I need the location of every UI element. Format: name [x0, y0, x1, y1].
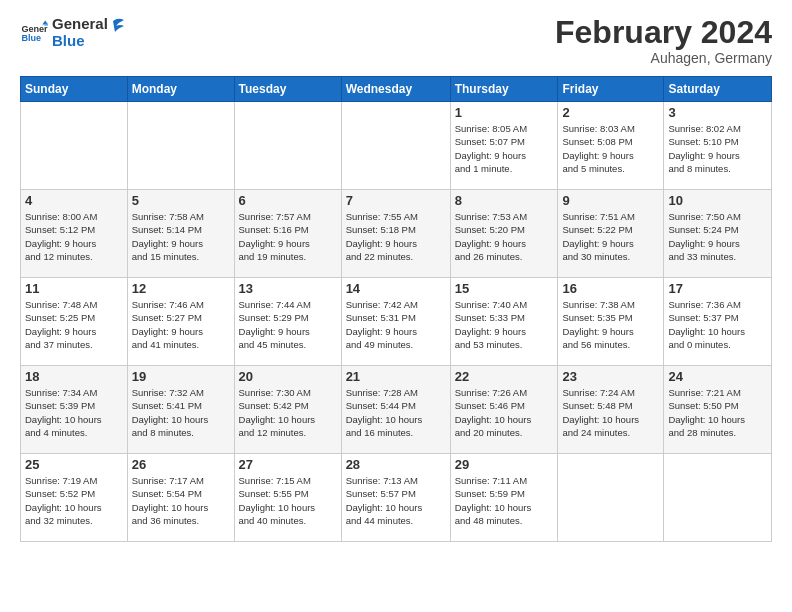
day-info-11: Sunrise: 7:48 AM Sunset: 5:25 PM Dayligh… [25, 298, 123, 351]
day-info-17: Sunrise: 7:36 AM Sunset: 5:37 PM Dayligh… [668, 298, 767, 351]
day-info-10: Sunrise: 7:50 AM Sunset: 5:24 PM Dayligh… [668, 210, 767, 263]
calendar-cell-3-2: 20Sunrise: 7:30 AM Sunset: 5:42 PM Dayli… [234, 366, 341, 454]
day-number-23: 23 [562, 369, 659, 384]
day-info-24: Sunrise: 7:21 AM Sunset: 5:50 PM Dayligh… [668, 386, 767, 439]
logo-text-blue: Blue [52, 33, 108, 50]
calendar-cell-2-2: 13Sunrise: 7:44 AM Sunset: 5:29 PM Dayli… [234, 278, 341, 366]
day-number-16: 16 [562, 281, 659, 296]
page: General Blue General Blue February 2024 … [0, 0, 792, 552]
calendar-cell-1-4: 8Sunrise: 7:53 AM Sunset: 5:20 PM Daylig… [450, 190, 558, 278]
calendar-cell-1-6: 10Sunrise: 7:50 AM Sunset: 5:24 PM Dayli… [664, 190, 772, 278]
calendar-cell-3-5: 23Sunrise: 7:24 AM Sunset: 5:48 PM Dayli… [558, 366, 664, 454]
svg-text:General: General [21, 23, 48, 33]
calendar-cell-4-5 [558, 454, 664, 542]
calendar-cell-0-2 [234, 102, 341, 190]
month-title: February 2024 [555, 16, 772, 48]
week-row-1: 4Sunrise: 8:00 AM Sunset: 5:12 PM Daylig… [21, 190, 772, 278]
day-number-2: 2 [562, 105, 659, 120]
calendar-cell-4-3: 28Sunrise: 7:13 AM Sunset: 5:57 PM Dayli… [341, 454, 450, 542]
calendar-cell-1-0: 4Sunrise: 8:00 AM Sunset: 5:12 PM Daylig… [21, 190, 128, 278]
day-info-8: Sunrise: 7:53 AM Sunset: 5:20 PM Dayligh… [455, 210, 554, 263]
day-info-29: Sunrise: 7:11 AM Sunset: 5:59 PM Dayligh… [455, 474, 554, 527]
day-info-15: Sunrise: 7:40 AM Sunset: 5:33 PM Dayligh… [455, 298, 554, 351]
calendar-cell-0-4: 1Sunrise: 8:05 AM Sunset: 5:07 PM Daylig… [450, 102, 558, 190]
calendar-cell-0-6: 3Sunrise: 8:02 AM Sunset: 5:10 PM Daylig… [664, 102, 772, 190]
calendar-cell-2-1: 12Sunrise: 7:46 AM Sunset: 5:27 PM Dayli… [127, 278, 234, 366]
day-number-22: 22 [455, 369, 554, 384]
day-info-28: Sunrise: 7:13 AM Sunset: 5:57 PM Dayligh… [346, 474, 446, 527]
day-number-24: 24 [668, 369, 767, 384]
calendar-cell-2-6: 17Sunrise: 7:36 AM Sunset: 5:37 PM Dayli… [664, 278, 772, 366]
day-number-29: 29 [455, 457, 554, 472]
day-number-3: 3 [668, 105, 767, 120]
header-monday: Monday [127, 77, 234, 102]
calendar-cell-4-1: 26Sunrise: 7:17 AM Sunset: 5:54 PM Dayli… [127, 454, 234, 542]
calendar-cell-3-3: 21Sunrise: 7:28 AM Sunset: 5:44 PM Dayli… [341, 366, 450, 454]
day-info-7: Sunrise: 7:55 AM Sunset: 5:18 PM Dayligh… [346, 210, 446, 263]
svg-text:Blue: Blue [21, 33, 41, 43]
calendar-cell-2-5: 16Sunrise: 7:38 AM Sunset: 5:35 PM Dayli… [558, 278, 664, 366]
logo-bird-icon [102, 17, 124, 39]
day-number-21: 21 [346, 369, 446, 384]
day-number-10: 10 [668, 193, 767, 208]
calendar-cell-4-6 [664, 454, 772, 542]
day-number-4: 4 [25, 193, 123, 208]
calendar-cell-2-0: 11Sunrise: 7:48 AM Sunset: 5:25 PM Dayli… [21, 278, 128, 366]
calendar-cell-1-1: 5Sunrise: 7:58 AM Sunset: 5:14 PM Daylig… [127, 190, 234, 278]
calendar-cell-3-1: 19Sunrise: 7:32 AM Sunset: 5:41 PM Dayli… [127, 366, 234, 454]
day-number-7: 7 [346, 193, 446, 208]
day-number-12: 12 [132, 281, 230, 296]
calendar-cell-0-1 [127, 102, 234, 190]
calendar-cell-0-5: 2Sunrise: 8:03 AM Sunset: 5:08 PM Daylig… [558, 102, 664, 190]
header: General Blue General Blue February 2024 … [20, 16, 772, 66]
day-info-21: Sunrise: 7:28 AM Sunset: 5:44 PM Dayligh… [346, 386, 446, 439]
header-thursday: Thursday [450, 77, 558, 102]
day-info-26: Sunrise: 7:17 AM Sunset: 5:54 PM Dayligh… [132, 474, 230, 527]
day-info-18: Sunrise: 7:34 AM Sunset: 5:39 PM Dayligh… [25, 386, 123, 439]
day-number-6: 6 [239, 193, 337, 208]
day-info-14: Sunrise: 7:42 AM Sunset: 5:31 PM Dayligh… [346, 298, 446, 351]
day-info-4: Sunrise: 8:00 AM Sunset: 5:12 PM Dayligh… [25, 210, 123, 263]
calendar-cell-1-5: 9Sunrise: 7:51 AM Sunset: 5:22 PM Daylig… [558, 190, 664, 278]
calendar-cell-0-0 [21, 102, 128, 190]
title-block: February 2024 Auhagen, Germany [555, 16, 772, 66]
day-number-5: 5 [132, 193, 230, 208]
day-number-15: 15 [455, 281, 554, 296]
day-info-19: Sunrise: 7:32 AM Sunset: 5:41 PM Dayligh… [132, 386, 230, 439]
calendar-cell-1-3: 7Sunrise: 7:55 AM Sunset: 5:18 PM Daylig… [341, 190, 450, 278]
weekday-header-row: Sunday Monday Tuesday Wednesday Thursday… [21, 77, 772, 102]
calendar-cell-3-0: 18Sunrise: 7:34 AM Sunset: 5:39 PM Dayli… [21, 366, 128, 454]
logo: General Blue General Blue [20, 16, 124, 49]
calendar-cell-3-4: 22Sunrise: 7:26 AM Sunset: 5:46 PM Dayli… [450, 366, 558, 454]
calendar-cell-2-3: 14Sunrise: 7:42 AM Sunset: 5:31 PM Dayli… [341, 278, 450, 366]
week-row-2: 11Sunrise: 7:48 AM Sunset: 5:25 PM Dayli… [21, 278, 772, 366]
calendar-cell-4-4: 29Sunrise: 7:11 AM Sunset: 5:59 PM Dayli… [450, 454, 558, 542]
day-info-5: Sunrise: 7:58 AM Sunset: 5:14 PM Dayligh… [132, 210, 230, 263]
day-info-16: Sunrise: 7:38 AM Sunset: 5:35 PM Dayligh… [562, 298, 659, 351]
day-info-23: Sunrise: 7:24 AM Sunset: 5:48 PM Dayligh… [562, 386, 659, 439]
day-info-20: Sunrise: 7:30 AM Sunset: 5:42 PM Dayligh… [239, 386, 337, 439]
day-info-1: Sunrise: 8:05 AM Sunset: 5:07 PM Dayligh… [455, 122, 554, 175]
day-info-27: Sunrise: 7:15 AM Sunset: 5:55 PM Dayligh… [239, 474, 337, 527]
calendar-cell-0-3 [341, 102, 450, 190]
day-number-11: 11 [25, 281, 123, 296]
day-info-13: Sunrise: 7:44 AM Sunset: 5:29 PM Dayligh… [239, 298, 337, 351]
day-number-26: 26 [132, 457, 230, 472]
day-info-3: Sunrise: 8:02 AM Sunset: 5:10 PM Dayligh… [668, 122, 767, 175]
logo-icon: General Blue [20, 19, 48, 47]
calendar-cell-3-6: 24Sunrise: 7:21 AM Sunset: 5:50 PM Dayli… [664, 366, 772, 454]
location-subtitle: Auhagen, Germany [555, 50, 772, 66]
calendar-cell-1-2: 6Sunrise: 7:57 AM Sunset: 5:16 PM Daylig… [234, 190, 341, 278]
week-row-0: 1Sunrise: 8:05 AM Sunset: 5:07 PM Daylig… [21, 102, 772, 190]
day-number-9: 9 [562, 193, 659, 208]
header-wednesday: Wednesday [341, 77, 450, 102]
day-number-28: 28 [346, 457, 446, 472]
calendar-cell-2-4: 15Sunrise: 7:40 AM Sunset: 5:33 PM Dayli… [450, 278, 558, 366]
day-number-8: 8 [455, 193, 554, 208]
day-number-18: 18 [25, 369, 123, 384]
day-number-19: 19 [132, 369, 230, 384]
day-info-25: Sunrise: 7:19 AM Sunset: 5:52 PM Dayligh… [25, 474, 123, 527]
calendar-table: Sunday Monday Tuesday Wednesday Thursday… [20, 76, 772, 542]
header-saturday: Saturday [664, 77, 772, 102]
day-info-2: Sunrise: 8:03 AM Sunset: 5:08 PM Dayligh… [562, 122, 659, 175]
